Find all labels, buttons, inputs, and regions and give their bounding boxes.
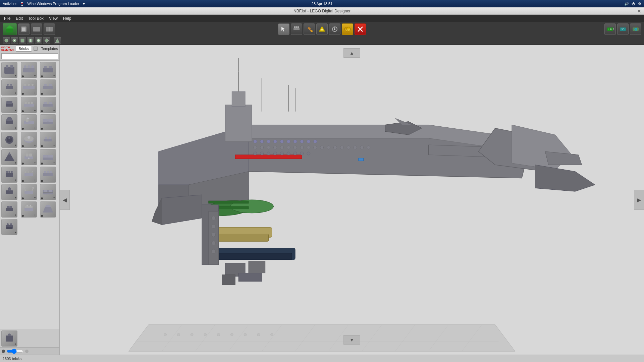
brick-item[interactable]: +	[1, 79, 17, 96]
brick-item[interactable]: +	[1, 149, 17, 165]
brick-dot	[22, 110, 24, 112]
brick-dot	[22, 128, 24, 130]
brick-item[interactable]: +	[40, 167, 56, 183]
brick-item[interactable]: +	[1, 219, 17, 235]
brick-item[interactable]: +	[1, 97, 17, 113]
brick-item[interactable]: +	[40, 201, 56, 218]
brick-item[interactable]: +	[1, 62, 17, 78]
view-btn-3[interactable]: 🌐	[630, 23, 641, 35]
sec-btn-6[interactable]	[43, 37, 50, 44]
search-input[interactable]	[1, 53, 58, 59]
svg-point-139	[2, 350, 5, 353]
brick-item[interactable]: +	[1, 167, 17, 183]
zoom-slider[interactable]	[7, 350, 23, 353]
power-icon[interactable]: ⏻	[632, 2, 635, 6]
svg-rect-48	[10, 65, 13, 68]
brick-item[interactable]: +	[40, 114, 56, 130]
scroll-down-button[interactable]: ▼	[343, 335, 360, 345]
tab-templates[interactable]: Templates	[39, 46, 61, 51]
svg-marker-132	[45, 205, 51, 207]
menu-toolbox[interactable]: Tool Box	[25, 15, 46, 21]
panel-controls	[0, 347, 59, 355]
brick-dot	[22, 75, 24, 77]
svg-rect-122	[49, 190, 52, 192]
connect-tool-button[interactable]	[291, 23, 302, 35]
paint-tool-button[interactable]	[304, 23, 315, 35]
svg-text:3D: 3D	[622, 28, 625, 31]
svg-point-164	[244, 333, 247, 336]
brick-item[interactable]: +	[40, 132, 56, 148]
svg-point-91	[49, 137, 51, 139]
menu-view[interactable]: View	[46, 15, 60, 21]
brick-item[interactable]: +	[21, 62, 37, 78]
model-viewport[interactable]	[60, 45, 644, 355]
brick-item[interactable]: +	[21, 132, 37, 148]
system-titlebar: Activities 🍷 Wine Windows Program Loader…	[0, 0, 644, 7]
brick-item[interactable]: +	[40, 97, 56, 113]
brick-item[interactable]: +	[21, 79, 37, 96]
sec-btn-2[interactable]	[11, 37, 18, 44]
tab-bricks[interactable]: Bricks	[16, 46, 32, 52]
svg-point-97	[28, 158, 30, 159]
brick-item[interactable]: +	[1, 132, 17, 148]
svg-point-236	[254, 152, 257, 155]
wine-loader-label[interactable]: Wine Windows Program Loader	[27, 2, 79, 6]
view-btn-2[interactable]: 3D	[617, 23, 629, 35]
svg-point-204	[212, 241, 216, 245]
sec-btn-5[interactable]	[35, 37, 42, 44]
brick-item[interactable]: +	[40, 149, 56, 165]
delete-tool-button[interactable]	[355, 23, 366, 35]
brick-item[interactable]: +	[21, 184, 37, 200]
toolbar-btn-3[interactable]	[31, 23, 42, 35]
brick-item[interactable]: +	[21, 201, 37, 218]
view-btn-1[interactable]: BLD	[604, 23, 616, 35]
color-picker-button[interactable]	[316, 23, 328, 35]
sec-btn-1[interactable]	[3, 37, 10, 44]
brick-item[interactable]: +	[40, 79, 56, 96]
svg-marker-41	[55, 39, 59, 43]
svg-rect-73	[44, 102, 47, 104]
nav-right-button[interactable]: ▶	[634, 190, 644, 210]
svg-rect-111	[47, 171, 49, 173]
menu-edit[interactable]: Edit	[13, 15, 25, 21]
brick-item[interactable]: +	[21, 97, 37, 113]
activities-label[interactable]: Activities	[3, 2, 17, 6]
home-button[interactable]	[3, 23, 17, 35]
toolbar-btn-4[interactable]	[44, 23, 55, 35]
brick-item[interactable]: +	[40, 184, 56, 200]
sec-btn-4[interactable]	[27, 37, 34, 44]
nav-left-button[interactable]: ◀	[60, 190, 70, 210]
brick-item[interactable]: +	[1, 201, 17, 218]
menu-help[interactable]: Help	[60, 15, 74, 21]
svg-text:🌐: 🌐	[634, 28, 637, 31]
brick-plus: +	[34, 92, 36, 95]
hinge-tool-button[interactable]	[329, 23, 340, 35]
svg-point-218	[254, 146, 257, 149]
brick-item[interactable]: +	[21, 167, 37, 183]
app-titlebar: NBF.lxf - LEGO Digital Designer ✕	[0, 7, 644, 15]
scroll-up-button[interactable]: ▲	[343, 48, 360, 58]
svg-rect-0	[6, 28, 13, 33]
settings-icon[interactable]: ⚙	[638, 2, 641, 6]
menu-file[interactable]: File	[1, 15, 13, 21]
close-button[interactable]: ✕	[637, 8, 641, 14]
brick-item[interactable]: +	[1, 114, 17, 130]
svg-point-161	[204, 333, 207, 336]
select-tool-button[interactable]	[278, 23, 289, 35]
wine-dropdown-icon[interactable]: ▼	[82, 2, 86, 6]
svg-point-212	[280, 140, 283, 143]
brick-count-label: 1603 bricks	[3, 357, 21, 361]
brick-item[interactable]: +	[21, 114, 37, 130]
clone-tool-button[interactable]: ☺ ☺	[342, 23, 353, 35]
sec-btn-3[interactable]	[19, 37, 26, 44]
volume-icon[interactable]: 🔊	[624, 2, 629, 6]
sec-btn-7[interactable]	[54, 37, 61, 44]
brick-item[interactable]: +	[40, 62, 56, 78]
brick-item-bottom[interactable]: +	[1, 330, 17, 347]
svg-point-158	[164, 333, 167, 336]
svg-point-60	[24, 84, 26, 86]
brick-item[interactable]: +	[1, 184, 17, 200]
canvas-area: ◀ ▶ ▲ ▼	[60, 45, 644, 355]
brick-item[interactable]: +	[21, 149, 37, 165]
toolbar-btn-2[interactable]	[18, 23, 30, 35]
